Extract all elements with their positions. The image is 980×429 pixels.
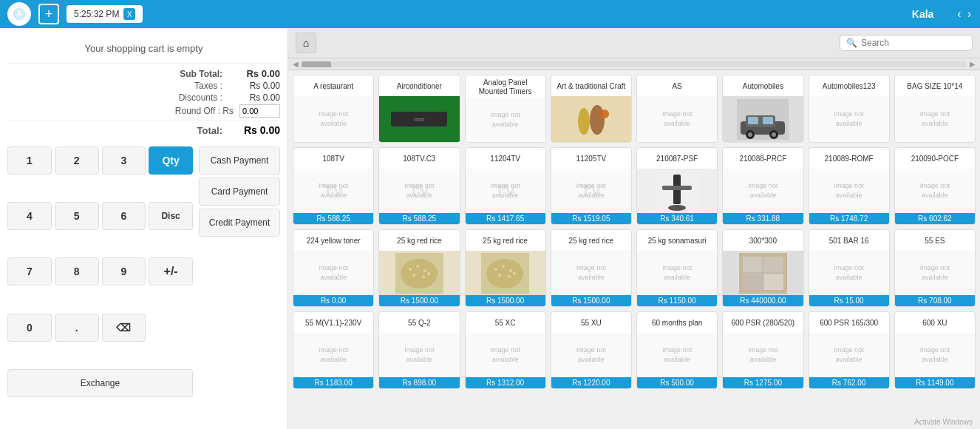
item-price: Rs 1183.00 [293,377,373,388]
home-button[interactable]: ⌂ [296,33,316,53]
list-item[interactable]: Automobiles [722,75,803,143]
item-image: Image notavailable [293,96,373,142]
num-4[interactable]: 4 [7,202,52,230]
close-tab-button[interactable]: X [123,8,135,20]
item-image: Image notavailable [895,333,975,377]
nav-next[interactable]: › [966,7,973,21]
svg-point-5 [600,109,609,118]
num-3[interactable]: 3 [102,146,146,175]
item-name: 108TV.C3 [379,148,459,169]
main-layout: Your shopping cart is empty Sub Total: R… [0,28,980,429]
svg-point-24 [412,274,415,277]
top-bar: A + 5:25:32 PM X Kala ‹ › [0,0,980,28]
scroll-right[interactable]: ▶ [970,60,976,68]
list-item[interactable]: Automobiles123 Image notavailable [809,75,890,143]
svg-rect-40 [764,274,783,290]
num-7[interactable]: 7 [7,257,52,286]
item-price: Rs 331.88 [723,213,803,224]
item-image [379,251,459,295]
list-item[interactable]: 210090-POCF Image notavailable Rs 602.62 [894,147,976,225]
num-5[interactable]: 5 [55,202,99,230]
num-1[interactable]: 1 [7,146,52,175]
num-6[interactable]: 6 [102,202,146,230]
list-item[interactable]: 25 kg sonamasuri Image notavailable Rs 1… [636,229,718,307]
list-item[interactable]: 501 BAR 16 Image notavailable Rs 15.00 [809,229,890,307]
products-scroll-area[interactable]: A restaurant Image notavailable Aircondi… [288,70,980,429]
subtotal-value: Rs 0.00 [228,68,280,79]
list-item[interactable]: Art & traditional Craft [551,75,632,143]
num-2[interactable]: 2 [55,146,99,175]
item-image [551,96,631,142]
list-item[interactable]: 25 kg red rice Image notavailable Rs 150… [551,229,632,307]
cart-summary: Sub Total: Rs 0.00 Taxes : Rs 0.00 Disco… [7,63,280,138]
list-item[interactable]: 55 ES Image notavailable Rs 708.00 [894,229,976,307]
decimal-button[interactable]: . [55,314,99,342]
list-item[interactable]: 55 Q-2 Image notavailable Rs 898.00 [378,311,460,389]
disc-button[interactable]: Disc [149,202,193,230]
backspace-button[interactable]: ⌫ [102,314,146,342]
list-item[interactable]: 300*300 Rs 440000.00 [722,229,803,307]
add-tab-button[interactable]: + [38,4,59,24]
item-image [637,169,717,213]
numpad-section: 1 2 3 Qty 4 5 6 Disc 7 8 9 +/- 0 . ⌫ Exc… [7,146,280,422]
svg-point-17 [668,205,686,211]
list-item[interactable]: 11205TV Image notavailable TV Rs 1519.05 [551,147,632,225]
item-name: 25 kg red rice [466,230,545,251]
qty-button[interactable]: Qty [149,146,193,175]
exchange-button[interactable]: Exchange [7,369,193,397]
item-name: 600 XU [895,312,975,333]
list-item[interactable]: 55 XC Image notavailable Rs 1312.00 [465,311,546,389]
roundoff-input[interactable] [239,104,280,118]
item-price: Rs 898.00 [379,377,459,388]
search-icon: 🔍 [846,38,857,48]
list-item[interactable]: 600 PSR 165/300 Image notavailable Rs 76… [809,311,890,389]
item-image: Image notavailable [895,251,975,295]
item-image: Image notavailable [637,251,717,295]
list-item[interactable]: A restaurant Image notavailable [293,75,374,143]
credit-payment-button[interactable]: Credit Payment [199,209,280,237]
list-item[interactable]: 25 kg red rice Rs 1500 [378,229,460,307]
item-image: Image notavailable [551,333,631,377]
list-item[interactable]: 600 PSR (280/520) Image notavailable Rs … [722,311,803,389]
list-item[interactable]: 210089-ROMF Image notavailable Rs 1748.7… [809,147,890,225]
list-item[interactable]: BAG SIZE 10*14 Image notavailable [894,75,976,143]
subtotal-label: Sub Total: [180,69,222,79]
payment-buttons: Cash Payment Card Payment Credit Payment [199,146,280,422]
num-8[interactable]: 8 [55,257,99,286]
list-item[interactable]: 600 XU Image notavailable Rs 1149.00 [894,311,976,389]
card-payment-button[interactable]: Card Payment [199,178,280,206]
num-9[interactable]: 9 [102,257,146,286]
item-price: Rs 708.00 [895,295,975,306]
list-item[interactable]: 55 M(V1.1)-230V Image notavailable Rs 11… [293,311,374,389]
list-item[interactable]: 210087-PSF Rs 340.61 [636,147,718,225]
list-item[interactable]: AS Image notavailable [636,75,718,143]
item-price: Rs 1149.00 [895,377,975,388]
numpad-grid: 1 2 3 Qty 4 5 6 Disc 7 8 9 +/- 0 . ⌫ Exc… [7,146,193,422]
list-item[interactable]: Airconditioner ○○○ [378,75,460,143]
item-price: Rs 602.62 [895,213,975,224]
nav-arrows: ‹ › [956,7,973,21]
list-item[interactable]: 108TV Image notavailable TV Rs 588.25 [293,147,374,225]
list-item[interactable]: 210088-PRCF Image notavailable Rs 331.88 [722,147,803,225]
scrollbar-track [302,61,967,67]
cash-payment-button[interactable]: Cash Payment [199,146,280,175]
plusminus-button[interactable]: +/- [149,257,193,286]
list-item[interactable]: 224 yellow toner Image notavailable Rs 0… [293,229,374,307]
item-name: 25 kg red rice [551,230,631,251]
nav-prev[interactable]: ‹ [956,7,962,21]
num-0[interactable]: 0 [7,314,52,342]
current-tab[interactable]: 5:25:32 PM X [67,5,143,23]
list-item[interactable]: 108TV.C3 Image notavailable TV Rs 588.25 [378,147,460,225]
scroll-left[interactable]: ◀ [293,60,299,68]
list-item[interactable]: 60 months plan Image notavailable Rs 500… [636,311,718,389]
search-input[interactable] [861,38,964,48]
scrollbar-thumb[interactable] [302,61,331,67]
list-item[interactable]: 11204TV Image notavailable TV Rs 1417.65 [465,147,546,225]
item-name: 600 PSR 165/300 [809,312,889,333]
list-item[interactable]: 25 kg red rice Rs 1500 [465,229,546,307]
svg-point-10 [748,132,752,137]
item-image [723,251,803,295]
item-price: Rs 1748.72 [809,213,889,224]
list-item[interactable]: 55 XU Image notavailable Rs 1220.00 [551,311,632,389]
list-item[interactable]: Analog Panel Mounted Timers Image notava… [465,75,546,143]
